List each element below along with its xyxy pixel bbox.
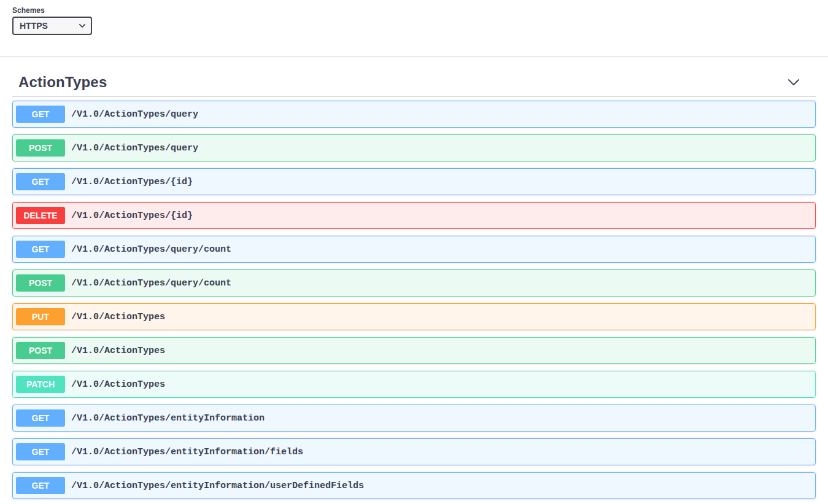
swagger-page: Schemes HTTPS ActionTypes GET /V1.0/Acti…	[0, 0, 828, 499]
endpoint-path: /V1.0/ActionTypes/{id}	[65, 177, 199, 187]
endpoint-path: /V1.0/ActionTypes/entityInformation	[65, 413, 271, 424]
method-badge: PATCH	[16, 376, 65, 393]
endpoint-row[interactable]: POST /V1.0/ActionTypes	[12, 337, 816, 364]
method-badge: POST	[16, 274, 65, 292]
schemes-bar: Schemes HTTPS	[0, 0, 828, 56]
method-badge: PUT	[16, 308, 65, 325]
endpoint-path: /V1.0/ActionTypes/query/count	[65, 244, 238, 255]
method-badge: GET	[16, 477, 65, 494]
endpoint-row[interactable]: POST /V1.0/ActionTypes/query/count	[12, 269, 816, 297]
method-badge: GET	[16, 443, 65, 460]
method-badge: POST	[16, 139, 65, 157]
chevron-down-icon[interactable]	[786, 75, 801, 90]
section-title: ActionTypes	[18, 74, 107, 91]
method-badge: GET	[16, 173, 65, 190]
method-badge: GET	[16, 409, 65, 427]
endpoint-row[interactable]: GET /V1.0/ActionTypes/query	[12, 101, 816, 128]
endpoint-row[interactable]: GET /V1.0/ActionTypes/query/count	[12, 236, 816, 263]
schemes-label: Schemes	[12, 6, 816, 15]
endpoint-row[interactable]: GET /V1.0/ActionTypes/{id}	[12, 168, 816, 195]
endpoint-path: /V1.0/ActionTypes/query	[65, 109, 204, 120]
method-badge: DELETE	[16, 207, 65, 224]
endpoint-path: /V1.0/ActionTypes/query/count	[65, 278, 238, 289]
endpoint-row[interactable]: DELETE /V1.0/ActionTypes/{id}	[12, 202, 816, 229]
endpoint-path: /V1.0/ActionTypes	[65, 312, 171, 322]
endpoint-row[interactable]: PATCH /V1.0/ActionTypes	[12, 371, 816, 398]
endpoint-path: /V1.0/ActionTypes/{id}	[65, 211, 199, 221]
endpoint-path: /V1.0/ActionTypes/entityInformation/fiel…	[65, 447, 309, 457]
api-section: ActionTypes GET /V1.0/ActionTypes/query …	[0, 56, 828, 499]
endpoint-list: GET /V1.0/ActionTypes/query POST /V1.0/A…	[12, 101, 816, 499]
endpoint-path: /V1.0/ActionTypes/query	[65, 143, 204, 153]
method-badge: GET	[16, 241, 65, 258]
endpoint-row[interactable]: GET /V1.0/ActionTypes/entityInformation/…	[12, 472, 816, 499]
method-badge: GET	[16, 106, 65, 123]
scheme-select-input[interactable]: HTTPS	[12, 17, 92, 35]
endpoint-path: /V1.0/ActionTypes	[65, 346, 171, 356]
endpoint-row[interactable]: PUT /V1.0/ActionTypes	[12, 303, 816, 330]
endpoint-row[interactable]: POST /V1.0/ActionTypes/query	[12, 134, 816, 161]
scheme-select[interactable]: HTTPS	[12, 17, 92, 35]
endpoint-row[interactable]: GET /V1.0/ActionTypes/entityInformation/…	[12, 438, 816, 465]
endpoint-path: /V1.0/ActionTypes	[65, 379, 171, 390]
endpoint-row[interactable]: GET /V1.0/ActionTypes/entityInformation	[12, 405, 816, 432]
method-badge: POST	[16, 342, 65, 359]
endpoint-path: /V1.0/ActionTypes/entityInformation/user…	[65, 481, 370, 491]
section-header[interactable]: ActionTypes	[12, 68, 816, 97]
